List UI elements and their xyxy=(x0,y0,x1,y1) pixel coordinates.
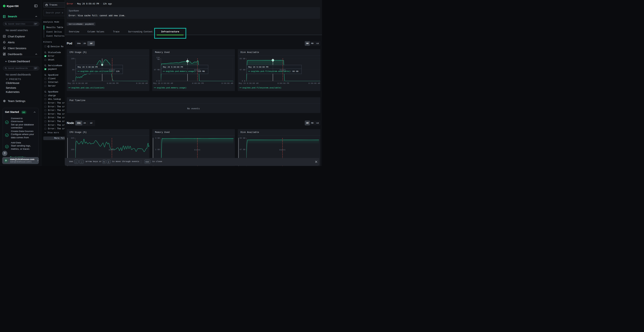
svg-text:Event: Event xyxy=(194,149,200,151)
svg-text:93 GB: 93 GB xyxy=(240,58,245,60)
svg-text:Event: Event xyxy=(280,149,286,151)
svg-text:May 26 8:30:00 AM: May 26 8:30:00 AM xyxy=(68,82,87,84)
svg-text:47 GB: 47 GB xyxy=(240,69,245,71)
svg-text:8:30:00 AM: 8:30:00 AM xyxy=(136,82,148,84)
svg-text:67 MB: 67 MB xyxy=(154,69,160,71)
svg-text:Event: Event xyxy=(280,68,286,71)
svg-text:16%: 16% xyxy=(71,58,74,60)
svg-text:May 26 5:30:00 PM: May 26 5:30:00 PM xyxy=(78,66,98,68)
svg-text:May 26 5:30:00 PM: May 26 5:30:00 PM xyxy=(248,66,268,68)
svg-text:avg(k8s.pod.filesystem.availab: avg(k8s.pod.filesystem.available) xyxy=(242,87,282,89)
svg-text:0 B: 0 B xyxy=(156,80,160,82)
svg-text:32%: 32% xyxy=(71,137,74,139)
svg-text:93 GB: 93 GB xyxy=(240,137,245,139)
svg-text:avg(k8s.pod.cpu.utilization): avg(k8s.pod.cpu.utilization) xyxy=(72,87,104,89)
svg-text:9:00:00 PM: 9:00:00 PM xyxy=(192,82,204,84)
svg-text:Event: Event xyxy=(109,68,115,71)
svg-text:8:30:00 AM: 8:30:00 AM xyxy=(222,82,233,84)
svg-text:8:30:00 AM: 8:30:00 AM xyxy=(308,82,320,84)
svg-text:Event: Event xyxy=(109,149,115,151)
svg-text:MB: MB xyxy=(157,58,160,60)
svg-text:avg(k8s.pod.memory.usage): avg(k8s.pod.memory.usage) xyxy=(157,87,186,89)
svg-text:0%: 0% xyxy=(72,80,74,82)
svg-text:9:00:00 PM: 9:00:00 PM xyxy=(107,82,118,84)
svg-text:1 GB: 1 GB xyxy=(155,148,160,150)
svg-text:16%: 16% xyxy=(71,148,74,150)
svg-text:Event: Event xyxy=(194,68,200,71)
svg-text:8%: 8% xyxy=(72,69,74,71)
svg-text:47 GB: 47 GB xyxy=(240,148,245,150)
svg-text:avg(k8s.pod.filesystem.availab: avg(k8s.pod.filesystem.available): 86 GB xyxy=(251,70,298,72)
svg-text:May 26 5:30:00 PM: May 26 5:30:00 PM xyxy=(163,66,183,68)
svg-text:0 B: 0 B xyxy=(242,80,245,82)
svg-text:9:00:00 PM: 9:00:00 PM xyxy=(278,82,289,84)
svg-text:May 26 8:30:00 AM: May 26 8:30:00 AM xyxy=(239,82,258,84)
svg-text:May 26 8:30:00 AM: May 26 8:30:00 AM xyxy=(153,82,173,84)
svg-text:3 GB: 3 GB xyxy=(155,137,160,139)
